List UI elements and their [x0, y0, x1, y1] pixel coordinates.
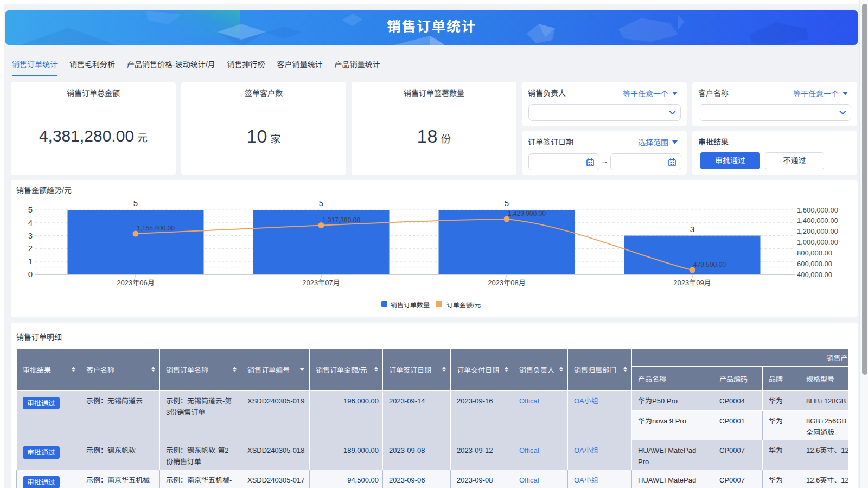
svg-text:2023年06月: 2023年06月 [117, 279, 154, 287]
svg-text:1: 1 [28, 256, 33, 266]
svg-text:1,429,000.00: 1,429,000.00 [508, 210, 546, 217]
svg-text:5: 5 [505, 198, 509, 208]
svg-text:1,200,000.00: 1,200,000.00 [797, 227, 838, 235]
svg-text:订单金额/元: 订单金额/元 [446, 301, 481, 309]
svg-text:1,000,000.00: 1,000,000.00 [797, 238, 838, 246]
svg-text:1,600,000.00: 1,600,000.00 [797, 206, 838, 214]
svg-text:1,400,000.00: 1,400,000.00 [797, 216, 838, 224]
svg-text:2023年07月: 2023年07月 [302, 279, 340, 287]
svg-text:5: 5 [319, 198, 323, 208]
svg-text:600,000.00: 600,000.00 [797, 260, 832, 268]
svg-text:5: 5 [28, 205, 33, 214]
svg-text:800,000.00: 800,000.00 [797, 249, 832, 257]
svg-text:3: 3 [28, 231, 33, 240]
svg-text:2: 2 [28, 243, 33, 253]
svg-text:4: 4 [28, 218, 33, 227]
svg-text:479,500.00: 479,500.00 [693, 261, 726, 268]
svg-text:2023年09月: 2023年09月 [673, 279, 711, 287]
svg-text:0: 0 [28, 269, 33, 279]
svg-text:1,317,380.00: 1,317,380.00 [322, 216, 360, 224]
svg-text:1,155,400.00: 1,155,400.00 [137, 224, 175, 232]
svg-text:5: 5 [133, 198, 138, 208]
svg-text:3: 3 [690, 224, 694, 234]
svg-text:销售订单数量: 销售订单数量 [391, 301, 430, 309]
svg-text:2023年08月: 2023年08月 [488, 279, 525, 287]
svg-text:400,000.00: 400,000.00 [797, 271, 832, 279]
